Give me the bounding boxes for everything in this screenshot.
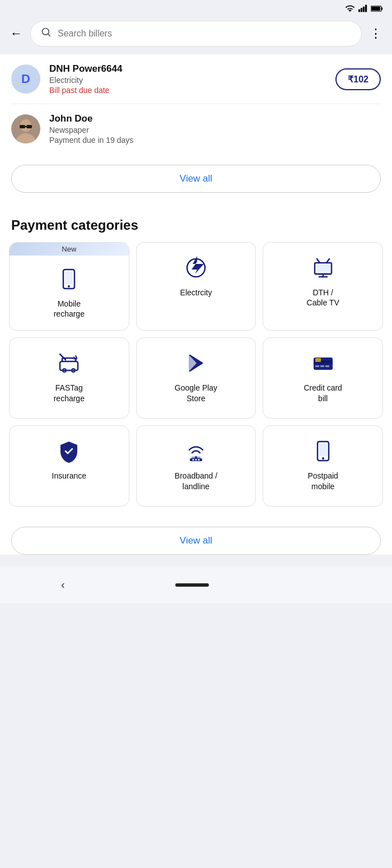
biller-name-johndoe: John Doe <box>49 113 381 124</box>
svg-rect-13 <box>25 126 27 127</box>
category-card-fastag[interactable]: FASTagrecharge <box>9 337 129 419</box>
search-icon <box>41 27 52 40</box>
biller-status-dnhpower: Bill past due date <box>49 86 326 95</box>
biller-type-dnhpower: Electricity <box>49 76 326 85</box>
svg-rect-11 <box>20 125 25 128</box>
pay-button-dnhpower[interactable]: ₹102 <box>335 68 381 90</box>
svg-rect-38 <box>315 358 321 362</box>
avatar-johndoe <box>11 114 40 143</box>
google-play-label: Google PlayStore <box>175 383 217 403</box>
signal-icon <box>358 4 367 14</box>
svg-rect-40 <box>192 457 200 459</box>
svg-rect-2 <box>363 7 365 12</box>
svg-rect-15 <box>65 272 73 284</box>
biller-info-dnhpower: DNH Power6644 Electricity Bill past due … <box>49 63 326 95</box>
header: ← ⋮ <box>0 16 392 54</box>
svg-rect-6 <box>371 6 380 10</box>
insurance-label: Insurance <box>52 471 86 481</box>
bottom-nav: ‹ <box>0 566 392 604</box>
category-card-credit-card[interactable]: Credit cardbill <box>263 337 383 419</box>
category-card-insurance[interactable]: Insurance <box>9 425 129 507</box>
biller-item-johndoe[interactable]: John Doe Newspaper Payment due in 19 day… <box>0 104 392 154</box>
biller-item-dnhpower[interactable]: D DNH Power6644 Electricity Bill past du… <box>0 54 392 104</box>
nav-back-button[interactable]: ‹ <box>50 574 76 596</box>
nav-home-pill[interactable] <box>175 583 209 587</box>
svg-rect-3 <box>365 5 367 12</box>
battery-icon <box>371 5 383 14</box>
broadband-label: Broadband /landline <box>175 471 217 491</box>
main-content: D DNH Power6644 Electricity Bill past du… <box>0 54 392 555</box>
dth-icon <box>311 256 335 282</box>
mobile-recharge-label: Mobilerecharge <box>54 299 85 319</box>
view-all-categories-button[interactable]: View all <box>11 527 381 555</box>
svg-point-16 <box>68 285 70 287</box>
svg-rect-35 <box>315 365 319 367</box>
svg-rect-37 <box>325 365 329 367</box>
biller-type-johndoe: Newspaper <box>49 126 381 134</box>
mobile-recharge-icon <box>57 267 81 293</box>
svg-rect-25 <box>60 361 78 370</box>
avatar-dnhpower: D <box>11 64 40 94</box>
insurance-icon <box>57 439 81 465</box>
postpaid-icon <box>311 439 335 465</box>
biller-name-dnhpower: DNH Power6644 <box>49 63 326 75</box>
biller-status-johndoe: Payment due in 19 days <box>49 136 381 145</box>
fastag-label: FASTagrecharge <box>54 383 85 403</box>
wifi-icon <box>345 4 355 14</box>
dth-label: DTH /Cable TV <box>307 287 339 308</box>
category-card-electricity[interactable]: Electrcity <box>136 242 256 331</box>
category-card-mobile-recharge[interactable]: New Mobilerecharge <box>9 242 129 331</box>
svg-rect-45 <box>319 444 327 456</box>
category-card-dth[interactable]: DTH /Cable TV <box>263 242 383 331</box>
fastag-icon <box>57 351 81 377</box>
status-bar <box>0 0 392 16</box>
electricity-icon <box>184 256 208 282</box>
svg-rect-5 <box>381 7 382 10</box>
category-card-google-play[interactable]: Google PlayStore <box>136 337 256 419</box>
category-card-postpaid[interactable]: Postpaidmobile <box>263 425 383 507</box>
postpaid-label: Postpaidmobile <box>307 471 338 491</box>
google-play-icon <box>184 351 208 377</box>
categories-grid: New Mobilerecharge Electrcity <box>0 242 392 516</box>
svg-rect-19 <box>316 264 330 272</box>
electricity-label: Electrcity <box>180 287 212 298</box>
new-badge: New <box>10 243 129 256</box>
credit-card-icon <box>311 351 335 377</box>
search-input[interactable] <box>58 29 351 39</box>
credit-card-label: Credit cardbill <box>304 383 342 403</box>
svg-point-42 <box>195 459 197 461</box>
more-options-button[interactable]: ⋮ <box>367 24 384 43</box>
svg-point-43 <box>198 459 199 461</box>
svg-point-41 <box>192 459 194 461</box>
broadband-icon <box>184 439 208 465</box>
view-all-billers-button[interactable]: View all <box>11 165 381 193</box>
svg-rect-12 <box>26 125 32 128</box>
svg-rect-0 <box>358 10 360 12</box>
svg-rect-1 <box>361 8 362 12</box>
category-card-broadband[interactable]: Broadband /landline <box>136 425 256 507</box>
svg-rect-36 <box>320 365 324 367</box>
section-title-categories: Payment categories <box>0 204 392 242</box>
back-button[interactable]: ← <box>8 24 25 43</box>
biller-info-johndoe: John Doe Newspaper Payment due in 19 day… <box>49 113 381 145</box>
search-bar[interactable] <box>30 21 362 47</box>
svg-point-46 <box>322 457 324 459</box>
